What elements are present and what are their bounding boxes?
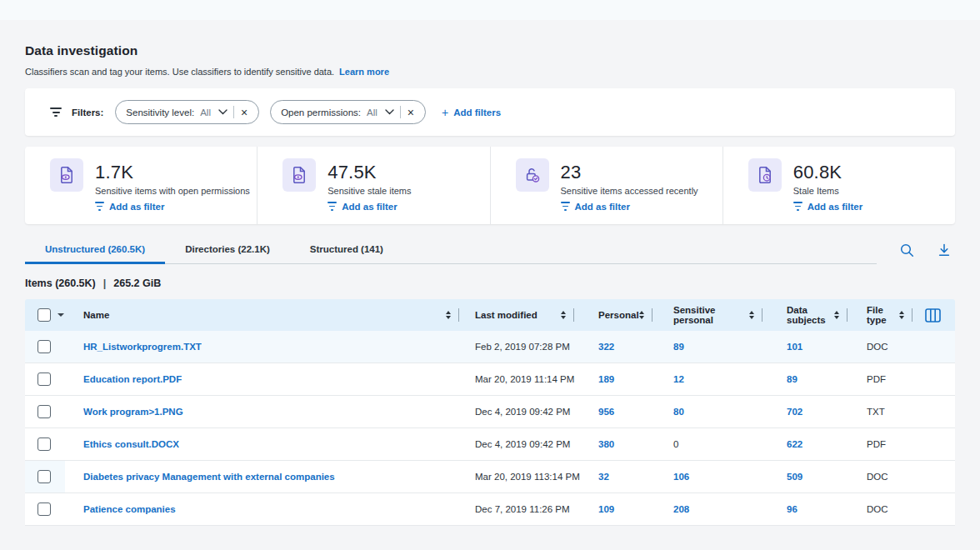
filter-chip-open-permissions[interactable]: Open permissions: All × (270, 100, 426, 124)
row-checkbox[interactable] (38, 340, 51, 353)
table-header: Name Last modified Personal Sensitive pe… (25, 299, 955, 331)
stat-label: Stale Items (793, 186, 862, 196)
sensitive-personal-count-link[interactable]: 89 (673, 342, 684, 352)
filter-icon (95, 202, 104, 210)
personal-count-link[interactable]: 189 (598, 374, 614, 384)
add-as-filter-label: Add as filter (575, 202, 630, 212)
row-checkbox[interactable] (38, 438, 51, 451)
sort-icon[interactable] (639, 311, 644, 319)
last-modified-cell: Dec 7, 2019 11:26 PM (475, 504, 570, 514)
stat-card-sensitive-stale: 47.5K Sensitive stale items Add as filte… (257, 147, 489, 224)
select-menu-caret-icon[interactable] (58, 313, 64, 317)
column-divider (458, 308, 459, 322)
table-row: Education report.PDF Mar 20, 2019 11:14 … (25, 363, 955, 396)
column-divider (847, 308, 848, 322)
item-name-link[interactable]: Education report.PDF (83, 374, 182, 384)
add-as-filter-link[interactable]: Add as filter (793, 202, 862, 212)
personal-count-link[interactable]: 956 (598, 407, 614, 417)
sensitive-personal-count-link[interactable]: 106 (673, 472, 689, 482)
document-clock-icon (748, 158, 782, 192)
add-as-filter-label: Add as filter (342, 202, 397, 212)
table-actions (899, 242, 952, 258)
sensitive-personal-count-link[interactable]: 208 (673, 504, 689, 514)
add-filters-button[interactable]: + Add filters (442, 107, 501, 118)
sort-icon[interactable] (446, 311, 451, 319)
data-subjects-count-link[interactable]: 622 (787, 439, 802, 449)
items-table: Name Last modified Personal Sensitive pe… (25, 299, 955, 526)
row-checkbox[interactable] (38, 470, 51, 483)
filter-icon (328, 202, 337, 210)
remove-filter-icon[interactable]: × (240, 107, 248, 118)
file-type-cell: TXT (867, 407, 885, 417)
add-as-filter-label: Add as filter (109, 202, 164, 212)
sort-icon[interactable] (899, 311, 904, 319)
item-name-link[interactable]: Diabetes privacy Management with externa… (83, 472, 335, 482)
search-icon[interactable] (899, 242, 914, 258)
column-header-name: Name (83, 310, 109, 320)
chip-field-label: Open permissions: (281, 108, 361, 118)
data-subjects-count-link[interactable]: 702 (787, 407, 802, 417)
summary-separator: | (103, 278, 107, 289)
personal-count-link[interactable]: 109 (598, 504, 614, 514)
chip-divider (400, 106, 401, 118)
item-name-link[interactable]: Patience companies (83, 504, 176, 514)
row-checkbox[interactable] (38, 502, 51, 516)
select-all-checkbox[interactable] (38, 308, 51, 322)
top-strip (0, 0, 980, 20)
stat-label: Sensitive stale items (328, 186, 411, 196)
personal-count-link[interactable]: 32 (598, 472, 609, 482)
filter-chip-sensitivity-level[interactable]: Sensitivity level: All × (115, 100, 259, 124)
last-modified-cell: Dec 4, 2019 09:42 PM (475, 407, 570, 417)
page-title: Data investigation (25, 43, 955, 58)
learn-more-link[interactable]: Learn more (339, 67, 389, 77)
item-name-link[interactable]: Work program>1.PNG (83, 407, 183, 417)
data-subjects-count-link[interactable]: 89 (787, 374, 798, 384)
sort-icon[interactable] (561, 311, 566, 319)
last-modified-cell: Mar 20, 2019 11:14 PM (475, 374, 574, 384)
table-row: Diabetes privacy Management with externa… (25, 461, 955, 493)
add-as-filter-link[interactable]: Add as filter (561, 202, 698, 212)
sensitive-personal-count: 0 (673, 439, 678, 449)
stat-value: 1.7K (95, 162, 250, 183)
item-name-link[interactable]: Ethics consult.DOCX (83, 439, 179, 449)
filters-label: Filters: (72, 108, 103, 118)
personal-count-link[interactable]: 380 (598, 439, 614, 449)
filter-icon (793, 202, 802, 210)
sensitive-personal-count-link[interactable]: 80 (673, 407, 684, 417)
filters-bar: Filters: Sensitivity level: All × Open p… (25, 88, 955, 136)
table-row: Patience companies Dec 7, 2019 11:26 PM … (25, 493, 955, 526)
file-type-cell: PDF (867, 439, 886, 449)
remove-filter-icon[interactable]: × (407, 107, 415, 118)
lock-check-icon (516, 158, 549, 192)
sensitive-personal-count-link[interactable]: 12 (673, 374, 684, 384)
tab-directories[interactable]: Directories (22.1K) (165, 236, 290, 264)
column-header-sensitive-personal: Sensitive personal (673, 305, 749, 325)
add-as-filter-link[interactable]: Add as filter (95, 202, 250, 212)
table-row: Ethics consult.DOCX Dec 4, 2019 09:42 PM… (25, 428, 955, 461)
page-header: Data investigation Classifiers scan and … (25, 43, 955, 77)
chevron-down-icon[interactable] (218, 109, 228, 115)
add-as-filter-link[interactable]: Add as filter (328, 202, 411, 212)
data-subjects-count-link[interactable]: 96 (787, 504, 798, 514)
data-subjects-count-link[interactable]: 509 (787, 472, 802, 482)
column-header-personal: Personal (598, 310, 639, 320)
row-checkbox[interactable] (38, 405, 51, 418)
sort-icon[interactable] (834, 311, 839, 319)
tab-structured[interactable]: Structured (141) (290, 236, 403, 264)
add-as-filter-label: Add as filter (808, 202, 862, 212)
page-subtitle: Classifiers scan and tag your items. Use… (25, 67, 334, 77)
tab-unstructured[interactable]: Unstructured (260.5K) (25, 236, 165, 264)
personal-count-link[interactable]: 322 (598, 342, 614, 352)
items-summary: Items (260.5K) | 265.2 GiB (25, 278, 955, 289)
chevron-down-icon[interactable] (385, 109, 394, 115)
last-modified-cell: Dec 4, 2019 09:42 PM (475, 439, 570, 449)
download-icon[interactable] (937, 242, 952, 258)
sort-icon[interactable] (749, 311, 754, 319)
row-checkbox[interactable] (38, 372, 51, 386)
column-settings-button[interactable] (925, 308, 941, 322)
item-name-link[interactable]: HR_Listworkprogrem.TXT (83, 342, 202, 352)
data-subjects-count-link[interactable]: 101 (787, 342, 802, 352)
chip-value: All (367, 108, 378, 118)
table-row: HR_Listworkprogrem.TXT Feb 2, 2019 07:28… (25, 331, 955, 363)
column-divider (912, 308, 912, 322)
